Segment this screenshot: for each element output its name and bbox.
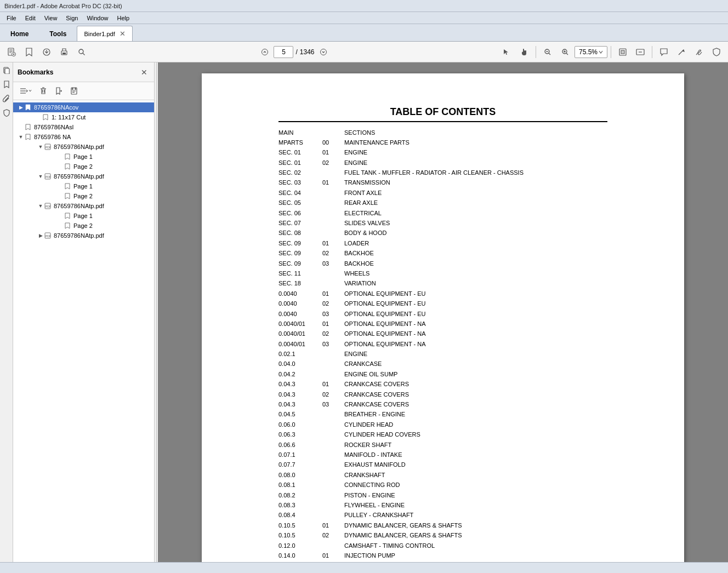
page2-2[interactable]: Page 2	[31, 191, 154, 201]
next-page-button[interactable]	[317, 45, 330, 59]
page1-3[interactable]: Page 1	[31, 211, 154, 221]
tree-toggle-NAtp-1[interactable]: ▼	[37, 144, 44, 150]
bookmark-item-NAtp-4[interactable]: ▶ PDF 87659786NAtp.pdf	[22, 231, 154, 240]
toc-col2	[322, 169, 344, 177]
bookmark-icon-1a	[42, 114, 49, 121]
zoom-display[interactable]: 75.5%	[575, 46, 607, 58]
page2-1[interactable]: Page 2	[31, 162, 154, 171]
toc-col2: 01	[322, 552, 344, 560]
page-input[interactable]	[274, 46, 293, 58]
bookmarks-panel-icon[interactable]	[1, 79, 12, 90]
menu-help[interactable]: Help	[113, 14, 134, 22]
bookmark-item-NAtp-1[interactable]: ▼ PDF 87659786NAtp.pdf	[22, 142, 154, 152]
menu-file[interactable]: File	[2, 14, 21, 22]
resize-handle[interactable]	[155, 62, 158, 562]
tree-toggle-NAtp-3[interactable]: ▼	[37, 203, 44, 209]
bookmark-item-11x17cut[interactable]: 1: 11x17 Cut	[22, 112, 154, 122]
toc-row: 0.0040/01 03 OPTIONAL EQUIPMENT - NA	[278, 339, 607, 349]
bookmark-item-87659786NAcov[interactable]: ▶ 87659786NAcov	[13, 102, 154, 112]
bookmark-item-87659786NAsl[interactable]: ▶ 87659786NAsl	[13, 122, 154, 132]
menu-sign[interactable]: Sign	[61, 14, 82, 22]
toc-col1: 0.0040/01	[278, 330, 322, 338]
toc-col1: 0.08.3	[278, 501, 322, 509]
tree-toggle-87659786NA[interactable]: ▼	[18, 134, 24, 140]
toc-col1: 0.02.1	[278, 350, 322, 358]
bookmark-item-87659786NA[interactable]: ▼ 87659786 NA	[13, 132, 154, 142]
fit-page-button[interactable]	[615, 44, 631, 60]
zoom-search-button[interactable]	[73, 44, 90, 60]
svg-rect-23	[621, 50, 624, 54]
bookmark-properties-button[interactable]	[67, 84, 81, 98]
toc-col2	[322, 481, 344, 489]
title-bar: Binder1.pdf - Adobe Acrobat Pro DC (32-b…	[0, 0, 728, 12]
toc-row: SEC. 03 01 TRANSMISSION	[278, 178, 607, 188]
toc-col2	[322, 350, 344, 358]
comment-button[interactable]	[656, 44, 672, 60]
security-panel-icon[interactable]	[1, 107, 12, 118]
toc-row: 0.06.6 ROCKER SHAFT	[278, 440, 607, 450]
menu-edit[interactable]: Edit	[21, 14, 40, 22]
pdf-viewer-area[interactable]: TABLE OF CONTENTS MAIN SECTIONS MPARTS 0…	[158, 62, 728, 562]
toolbar-sep-2	[611, 46, 611, 58]
bookmark-options-button[interactable]	[16, 84, 35, 98]
hand-tool-button[interactable]	[516, 44, 532, 60]
toc-col1: 0.04.2	[278, 370, 322, 379]
toc-col2: 02	[322, 561, 344, 562]
markup-button[interactable]	[673, 44, 690, 60]
menu-bar: File Edit View Sign Window Help	[0, 12, 728, 24]
protect-button[interactable]	[708, 44, 725, 60]
fit-width-button[interactable]	[632, 44, 649, 60]
tab-close-icon[interactable]: ✕	[120, 30, 126, 38]
toc-row: 0.02.1 ENGINE	[278, 349, 607, 359]
pdf-icon-1: PDF	[44, 144, 52, 150]
toc-col1: 0.14.0	[278, 561, 322, 562]
toc-col2	[322, 421, 344, 429]
bookmark-button[interactable]	[21, 44, 37, 60]
tab-tools[interactable]: Tools	[39, 26, 77, 41]
attachments-panel-icon[interactable]	[1, 93, 12, 104]
toc-rows-container: MAIN SECTIONS MPARTS 00 MAINTENANCE PART…	[278, 128, 607, 562]
toolbar-sep-1	[536, 46, 536, 58]
toc-container: TABLE OF CONTENTS MAIN SECTIONS MPARTS 0…	[278, 106, 607, 562]
menu-view[interactable]: View	[40, 14, 62, 22]
page2-3[interactable]: Page 2	[31, 221, 154, 231]
tab-doc-label: Binder1.pdf	[84, 31, 115, 37]
svg-line-19	[566, 53, 568, 55]
new-doc-button[interactable]	[3, 44, 20, 60]
tree-toggle-NAtp-4[interactable]: ▶	[37, 233, 44, 238]
sign-button[interactable]	[691, 44, 707, 60]
toc-col2	[322, 279, 344, 288]
prev-page-button[interactable]	[258, 45, 271, 59]
toc-col1: 0.04.0	[278, 360, 322, 368]
tab-home[interactable]: Home	[0, 26, 39, 41]
delete-bookmark-button[interactable]	[36, 84, 50, 98]
toc-col3: CYLINDER HEAD COVERS	[344, 431, 607, 439]
toc-col2	[322, 270, 344, 278]
save-button[interactable]	[38, 44, 55, 60]
toc-row: SEC. 09 01 LOADER	[278, 238, 607, 248]
sidebar-close-button[interactable]: ✕	[139, 67, 150, 78]
toc-col1: 0.04.5	[278, 410, 322, 419]
print-button[interactable]	[56, 44, 72, 60]
toc-col1: 0.0040	[278, 290, 322, 298]
menu-window[interactable]: Window	[82, 14, 112, 22]
page1-1[interactable]: Page 1	[31, 152, 154, 162]
bookmark-item-NAtp-2[interactable]: ▼ PDF 87659786NAtp.pdf	[22, 171, 154, 181]
zoom-in-button[interactable]	[557, 44, 573, 60]
select-tool-button[interactable]	[498, 44, 515, 60]
svg-line-16	[549, 53, 550, 55]
tree-toggle-NAtp-2[interactable]: ▼	[37, 174, 44, 179]
tab-doc[interactable]: Binder1.pdf ✕	[77, 26, 132, 41]
bookmark-item-NAtp-3[interactable]: ▼ PDF 87659786NAtp.pdf	[22, 201, 154, 211]
toc-row: 0.08.1 CONNECTING ROD	[278, 480, 607, 490]
layers-panel-icon[interactable]	[1, 65, 12, 76]
page-icon-2b	[64, 193, 71, 199]
toc-col3: INJECTION PUMP	[344, 552, 607, 560]
new-bookmark-button[interactable]	[52, 84, 66, 98]
page1-2[interactable]: Page 1	[31, 181, 154, 191]
toc-row: 0.04.0 CRANKCASE	[278, 359, 607, 369]
toc-col3: ENGINE	[344, 159, 607, 167]
zoom-out-button[interactable]	[539, 44, 556, 60]
toc-col2: 01	[322, 179, 344, 187]
tree-toggle-87659786NAcov[interactable]: ▶	[18, 105, 24, 110]
